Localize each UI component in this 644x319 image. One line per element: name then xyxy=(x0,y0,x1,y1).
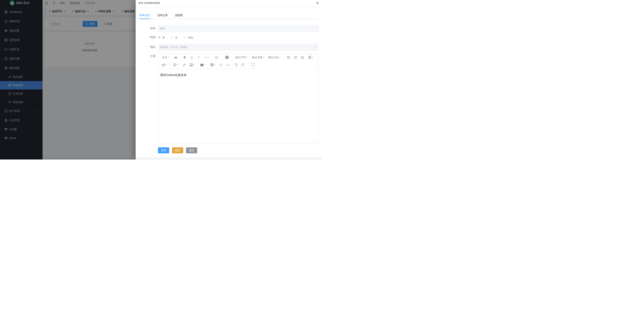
svg-text:3: 3 xyxy=(294,58,294,59)
